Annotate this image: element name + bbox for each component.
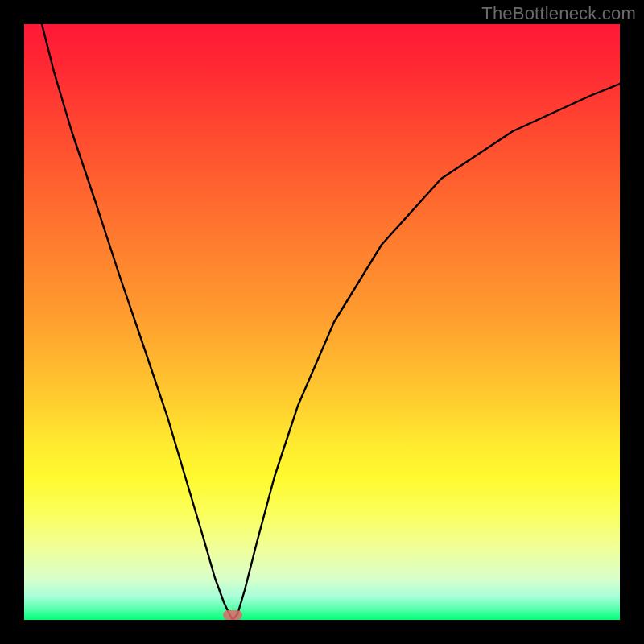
bottleneck-curve [42, 24, 620, 620]
optimum-marker [223, 610, 242, 620]
chart-plot-area [24, 24, 620, 620]
chart-curve-svg [24, 24, 620, 620]
watermark-text: TheBottleneck.com [481, 3, 636, 24]
